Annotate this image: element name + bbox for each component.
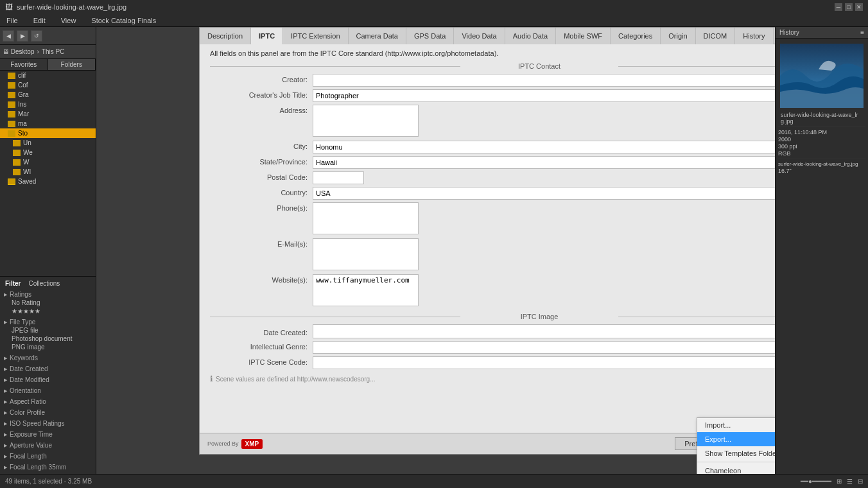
dropdown-show-templates[interactable]: Show Templates Folder — [697, 446, 775, 460]
address-input[interactable] — [313, 105, 419, 137]
tab-filter[interactable]: Filter — [3, 279, 23, 288]
creator-input[interactable] — [313, 74, 775, 87]
tab-more-button[interactable]: ▶ — [774, 28, 776, 44]
iptc-scene-code-input[interactable] — [313, 356, 775, 369]
app-layout: ◀ ▶ ↺ 🖥 Desktop › This PC Favorites Fold… — [0, 27, 868, 474]
filter-filetype-header[interactable]: File Type — [4, 318, 92, 326]
filter-datemodified-header[interactable]: Date Modified — [4, 376, 92, 384]
right-panel-content: surfer-wide-looking-at-wave_lrg.jpg 2016… — [776, 39, 868, 474]
filter-item-psd[interactable]: Photoshop document — [4, 335, 92, 343]
filter-ratings-header[interactable]: Ratings — [4, 290, 92, 299]
tab-camera-data[interactable]: Camera Data — [349, 28, 406, 44]
filter-exposure-header[interactable]: Exposure Time — [4, 430, 92, 439]
folder-icon — [8, 130, 15, 137]
tab-folders[interactable]: Folders — [48, 59, 96, 70]
right-panel: History ≡ — [775, 27, 868, 474]
tab-dicom[interactable]: DICOM — [696, 28, 736, 44]
tab-video-data[interactable]: Video Data — [454, 28, 505, 44]
email-input[interactable] — [313, 238, 419, 270]
path-desktop[interactable]: 🖥 Desktop — [3, 48, 34, 55]
list-item[interactable]: Un — [0, 138, 96, 148]
close-button[interactable]: ✕ — [855, 3, 863, 11]
tab-audio-data[interactable]: Audio Data — [505, 28, 556, 44]
list-item[interactable]: clif — [0, 71, 96, 80]
menu-view[interactable]: View — [57, 15, 80, 26]
tab-favorites[interactable]: Favorites — [0, 59, 48, 70]
tab-history[interactable]: History — [735, 28, 773, 44]
filter-aspectratio-header[interactable]: Aspect Ratio — [4, 397, 92, 406]
list-item-selected[interactable]: Sto — [0, 128, 96, 138]
filter-keywords-header[interactable]: Keywords — [4, 354, 92, 362]
address-label: Address: — [210, 105, 313, 114]
filter-iso-header[interactable]: ISO Speed Ratings — [4, 419, 92, 428]
tab-collections[interactable]: Collections — [26, 279, 62, 288]
refresh-button[interactable]: ↺ — [31, 30, 42, 42]
list-item[interactable]: Cof — [0, 80, 96, 90]
list-item[interactable]: ma — [0, 119, 96, 128]
filter-datecreated-header[interactable]: Date Created — [4, 365, 92, 373]
list-item[interactable]: Ins — [0, 100, 96, 109]
creator-label: Creator: — [210, 74, 313, 83]
intellectual-genre-input[interactable] — [313, 341, 775, 354]
list-item[interactable]: Gra — [0, 90, 96, 100]
form-row-country: Country: — [210, 187, 775, 200]
menu-bar: File Edit View Stock Catalog Finals — [0, 14, 868, 27]
menu-file[interactable]: File — [3, 15, 22, 26]
saved-folder-icon — [8, 179, 15, 185]
city-input[interactable] — [313, 141, 775, 153]
filter-item-no-rating[interactable]: No Rating — [4, 299, 92, 307]
back-button[interactable]: ◀ — [3, 30, 14, 42]
date-created-input[interactable] — [313, 325, 775, 338]
path-thispc[interactable]: This PC — [42, 48, 65, 55]
content-area: Description IPTC IPTC Extension Camera D… — [96, 27, 775, 474]
menu-edit[interactable]: Edit — [30, 15, 49, 26]
filter-focal-header[interactable]: Focal Length — [4, 452, 92, 460]
country-input[interactable] — [313, 187, 775, 200]
filter-aperture-header[interactable]: Aperture Value — [4, 441, 92, 449]
tab-iptc-extension[interactable]: IPTC Extension — [283, 28, 348, 44]
tab-mobile-swf[interactable]: Mobile SWF — [556, 28, 611, 44]
filter-group-datemodified: Date Modified — [0, 374, 96, 385]
metadata-filename: surfer-wide-looking-at-wave_lrg.jpg — [778, 161, 858, 167]
tab-origin[interactable]: Origin — [661, 28, 695, 44]
address-wrap — [313, 105, 775, 138]
filter-item-png[interactable]: PNG image — [4, 343, 92, 351]
creators-job-title-input[interactable] — [313, 89, 775, 102]
dropdown-import[interactable]: Import... — [697, 418, 775, 432]
minimize-button[interactable]: ─ — [835, 3, 842, 11]
tab-categories[interactable]: Categories — [611, 28, 661, 44]
filter-group-aperture: Aperture Value — [0, 440, 96, 451]
panel-options-icon[interactable]: ≡ — [860, 29, 864, 36]
filter-orientation-header[interactable]: Orientation — [4, 387, 92, 395]
view-list-icon[interactable]: ☰ — [847, 478, 853, 485]
folder-icon — [13, 150, 21, 156]
tab-description[interactable]: Description — [200, 28, 251, 44]
tab-gps-data[interactable]: GPS Data — [406, 28, 455, 44]
preview-filename: surfer-wide-looking-at-wave_lrg.jpg — [778, 110, 865, 126]
zoom-slider[interactable]: ━━●━━━━━ — [801, 478, 831, 485]
postal-code-label: Postal Code: — [210, 171, 313, 181]
list-item-saved[interactable]: Saved — [0, 177, 96, 186]
maximize-button[interactable]: □ — [845, 3, 853, 11]
view-detail-icon[interactable]: ⊟ — [858, 478, 863, 485]
dropdown-export[interactable]: Export... — [697, 432, 775, 446]
list-item[interactable]: W — [0, 157, 96, 167]
forward-button[interactable]: ▶ — [17, 30, 28, 42]
list-item[interactable]: WI — [0, 167, 96, 177]
dropdown-chameleon[interactable]: Chameleon — [697, 464, 775, 474]
phones-input[interactable] — [313, 202, 419, 234]
filter-colorprofile-header[interactable]: Color Profile — [4, 408, 92, 417]
filter-item-stars[interactable]: ★★★★★ — [4, 307, 92, 315]
list-item[interactable]: Mar — [0, 109, 96, 119]
filter-focal35-header[interactable]: Focal Length 35mm — [4, 463, 92, 471]
website-input[interactable]: www.tiffanymueller.com — [313, 274, 419, 306]
list-item[interactable]: We — [0, 148, 96, 157]
filter-item-jpeg[interactable]: JPEG file — [4, 326, 92, 335]
tab-iptc[interactable]: IPTC — [251, 28, 283, 44]
filter-group-filetype: File Type JPEG file Photoshop document P… — [0, 317, 96, 353]
state-province-input[interactable] — [313, 156, 775, 169]
menu-stock[interactable]: Stock Catalog Finals — [87, 15, 160, 26]
view-grid-icon[interactable]: ⊞ — [837, 478, 842, 485]
form-row-creator: Creator: — [210, 74, 775, 87]
postal-code-input[interactable] — [313, 171, 364, 184]
